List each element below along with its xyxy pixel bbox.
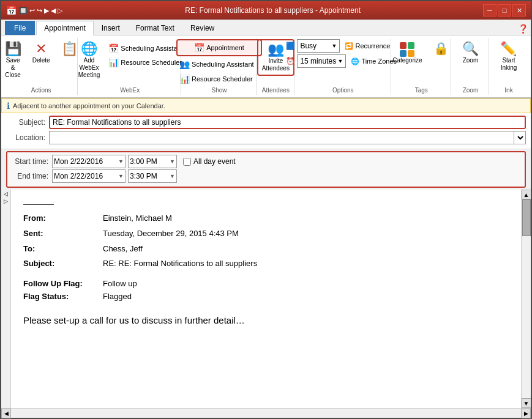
show-buttons: 📅 Appointment 👥 Scheduling Assistant 📊 R… — [176, 39, 262, 86]
busy-label: Busy — [300, 42, 317, 50]
scroll-down-button[interactable]: ▼ — [522, 398, 531, 408]
options-row2: ⏰ 15 minutes ▼ 🌐 Time Zones — [286, 54, 400, 68]
tab-review[interactable]: Review — [182, 21, 222, 35]
minimize-button[interactable]: ─ — [483, 4, 496, 17]
scroll-thumb[interactable] — [522, 199, 531, 236]
start-inking-button[interactable]: ✏️ StartInking — [495, 39, 522, 75]
resource-show-button[interactable]: 📊 Resource Scheduler — [176, 72, 256, 86]
scrollbar: ▲ ▼ — [521, 190, 531, 408]
outlook-window: 📅 🔲 ↩ ↪ ▶ ◀ ▷ RE: Formal Notifications t… — [0, 0, 532, 419]
left-icons: ◁ ▷ — [1, 190, 11, 408]
ribbon-group-zoom: 🔍 Zoom Zoom — [452, 38, 489, 95]
to-value: Chess, Jeff — [103, 243, 509, 256]
subject-input[interactable] — [49, 116, 526, 129]
tab-file[interactable]: File — [5, 21, 35, 35]
add-webex-button[interactable]: 🌐 Add WebExMeeting — [74, 39, 105, 82]
end-date-picker[interactable]: Mon 2/22/2016 ▼ — [52, 169, 126, 183]
ribbon: 💾 Save &Close ✕ Delete 📋 Actions 🌐 — [1, 35, 531, 98]
webex-group-label: WebEx — [120, 86, 140, 94]
location-input[interactable] — [49, 131, 514, 144]
appointment-show-icon: 📅 — [194, 43, 204, 53]
tab-insert[interactable]: Insert — [94, 21, 128, 35]
delete-button[interactable]: ✕ Delete — [28, 39, 54, 67]
inking-label: StartInking — [501, 57, 517, 72]
tab-appointment[interactable]: Appointment — [36, 21, 93, 35]
ink-group-label: Ink — [504, 86, 512, 94]
resource-scheduler-button[interactable]: 📊 Resource Scheduler — [105, 56, 185, 69]
zoom-label: Zoom — [463, 57, 479, 64]
left-icon-1[interactable]: ◁ — [4, 191, 8, 197]
start-date-picker[interactable]: Mon 2/22/2016 ▼ — [52, 155, 126, 168]
scheduling-show-button[interactable]: 👥 Scheduling Assistant — [176, 57, 257, 71]
email-subject-label: Subject: — [23, 258, 103, 270]
window-title: RE: Formal Notifications to all supplier… — [62, 6, 483, 15]
attendees-group-label: Attendees — [262, 86, 290, 94]
form-area: Subject: Location: — [1, 113, 531, 149]
zoom-group-label: Zoom — [463, 86, 479, 94]
ribbon-group-options: 🟦 Busy ▼ 🔁 Recurrence ⏰ 15 minutes ▼ — [296, 38, 391, 95]
zoom-button[interactable]: 🔍 Zoom — [457, 39, 484, 67]
reminder-label: 15 minutes — [300, 57, 336, 65]
location-label: Location: — [6, 133, 49, 142]
followup-flag-value: Follow up — [103, 278, 509, 291]
ribbon-group-tags: Categorize 🔒 Tags — [392, 38, 451, 95]
resource-show-label: Resource Scheduler — [192, 75, 253, 83]
start-date-arrow: ▼ — [118, 158, 124, 165]
options-group-label: Options — [332, 86, 353, 94]
help-button[interactable]: ❓ — [515, 23, 531, 35]
scroll-left-button[interactable]: ◀ — [1, 409, 11, 418]
location-row: Location: — [6, 131, 526, 144]
location-select[interactable] — [514, 131, 526, 144]
window-controls: ─ □ ✕ — [483, 4, 526, 17]
busy-select[interactable]: Busy ▼ — [297, 39, 340, 53]
time-area: Start time: Mon 2/22/2016 ▼ 3:00 PM ▼ Al… — [6, 151, 526, 188]
reminder-arrow: ▼ — [338, 58, 343, 64]
start-date-value: Mon 2/22/2016 — [54, 157, 103, 166]
flag-status-value: Flagged — [103, 291, 509, 303]
reminder-select[interactable]: 15 minutes ▼ — [297, 54, 346, 68]
scroll-right-button[interactable]: ▶ — [521, 409, 531, 418]
scroll-up-button[interactable]: ▲ — [522, 190, 531, 199]
status-icon: ℹ — [7, 101, 10, 111]
categorize-button[interactable]: Categorize — [388, 39, 426, 67]
left-icon-2[interactable]: ▷ — [4, 198, 8, 204]
invite-icon: 👥 — [268, 43, 284, 56]
tags-buttons: Categorize 🔒 — [388, 39, 454, 86]
maximize-button[interactable]: □ — [498, 4, 511, 17]
scheduling-show-icon: 👥 — [179, 59, 190, 69]
followup-grid: Follow Up Flag: Follow up Flag Status: F… — [23, 278, 509, 303]
from-value: Einstein, Michael M — [103, 212, 509, 225]
close-button[interactable]: ✕ — [512, 4, 526, 17]
bottom-scrollbar: ◀ ▶ — [1, 408, 531, 418]
end-time-picker[interactable]: 3:30 PM ▼ — [128, 169, 177, 183]
sent-value: Tuesday, December 29, 2015 4:43 PM — [103, 228, 509, 240]
save-close-button[interactable]: 💾 Save &Close — [0, 39, 26, 82]
start-time-value: 3:00 PM — [130, 157, 157, 166]
tab-format-text[interactable]: Format Text — [128, 21, 182, 35]
private-button[interactable]: 🔒 — [428, 39, 455, 65]
private-icon: 🔒 — [433, 42, 449, 54]
title-bar: 📅 🔲 ↩ ↪ ▶ ◀ ▷ RE: Formal Notifications t… — [1, 1, 531, 20]
busy-arrow: ▼ — [332, 43, 337, 49]
start-label: Start time: — [12, 157, 52, 166]
subject-label: Subject: — [6, 118, 49, 127]
scheduling-assistant-button[interactable]: 📅 Scheduling Assistant — [105, 42, 186, 55]
ribbon-group-ink: ✏️ StartInking Ink — [490, 38, 527, 95]
appointment-show-button[interactable]: 📅 Appointment — [176, 39, 262, 56]
zoom-icon: 🔍 — [462, 42, 479, 56]
recurrence-button[interactable]: 🔁 Recurrence — [342, 40, 393, 52]
busy-icon: 🟦 — [286, 42, 295, 50]
webex-buttons: 🌐 Add WebExMeeting 📅 Scheduling Assistan… — [74, 39, 186, 86]
add-webex-label: Add WebExMeeting — [78, 57, 100, 79]
recurrence-label: Recurrence — [355, 42, 390, 50]
private-label — [440, 56, 442, 62]
recurrence-icon: 🔁 — [345, 42, 353, 50]
end-time-value: 3:30 PM — [130, 172, 157, 180]
ink-buttons: ✏️ StartInking — [495, 39, 522, 86]
subject-row: Subject: — [6, 116, 526, 129]
status-bar: ℹ Adjacent to another appointment on you… — [1, 98, 531, 113]
email-body-text: Please set-up a call for us to discuss i… — [23, 313, 509, 328]
allday-checkbox[interactable] — [183, 158, 191, 166]
scheduling-show-label: Scheduling Assistant — [192, 61, 254, 68]
start-time-picker[interactable]: 3:00 PM ▼ — [128, 155, 177, 168]
